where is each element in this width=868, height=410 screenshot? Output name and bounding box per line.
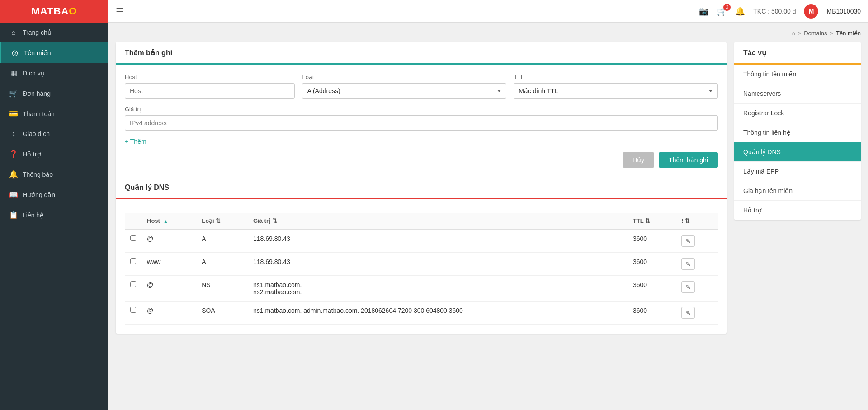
sidebar-item-lien-he[interactable]: 📋Liên hệ [0,205,108,225]
sidebar-icon-giao-dich: ↕ [9,130,18,138]
main-card: Thêm bản ghi Host Loại A (Address)AAAACN… [116,42,727,334]
sidebar-icon-trang-chu: ⌂ [9,28,18,37]
row-host: @ [142,276,196,302]
camera-icon[interactable]: 📷 [699,6,709,16]
sidebar-label-dich-vu: Dịch vụ [23,70,45,77]
row-action-cell: ✎ [676,253,718,276]
host-group: Host [125,74,295,99]
row-ttl: 3600 [627,276,676,302]
col-ttl[interactable]: TTL ⇅ [627,213,676,229]
tac-vu-item-thong-tin-lien-he[interactable]: Thông tin liên hệ [734,123,861,142]
row-ttl: 3600 [627,253,676,276]
tac-vu-item-registrar-lock[interactable]: Registrar Lock [734,104,861,123]
table-row: @ SOA ns1.matbao.com. admin.matbao.com. … [125,302,718,325]
row-checkbox[interactable] [130,235,136,241]
row-action-cell: ✎ [676,276,718,302]
sidebar-label-ho-tro: Hỗ trợ [23,151,41,158]
dns-table-body: Host ▲ Loại ⇅ Giá trị ⇅ TTL ⇅ ! ⇅ @ A 11… [116,199,727,334]
tac-vu-item-nameservers[interactable]: Nameservers [734,84,861,104]
breadcrumb-current: Tên miền [836,30,861,37]
layout: ⌂Trang chủ◎Tên miền▦Dịch vụ🛒Đơn hàng💳Tha… [0,23,868,410]
sidebar-item-thong-bao[interactable]: 🔔Thông báo [0,164,108,184]
loai-sort-arrows: ⇅ [216,217,221,224]
breadcrumb-domains[interactable]: Domains [804,30,827,37]
row-giatri: ns1.matbao.com. ns2.matbao.com. [248,276,627,302]
ttl-sort-arrows: ⇅ [645,217,650,224]
row-checkbox[interactable] [130,307,136,313]
sidebar-label-huong-dan: Hướng dẫn [23,191,55,198]
giatri-sort-arrows: ⇅ [272,217,277,224]
row-ttl: 3600 [627,302,676,325]
cart-icon[interactable]: 🛒 0 [717,6,727,16]
row-checkbox[interactable] [130,281,136,287]
col-checkbox [125,213,142,229]
add-more-link[interactable]: + Thêm [125,138,146,145]
sidebar-icon-dich-vu: ▦ [9,69,18,77]
row-checkbox-cell [125,276,142,302]
sidebar-item-trang-chu[interactable]: ⌂Trang chủ [0,23,108,42]
ttl-group: TTL Mặc định TTL300600180036007200 [514,74,718,99]
row-host: @ [142,302,196,325]
sidebar-item-ten-mien[interactable]: ◎Tên miền [0,42,108,63]
host-input[interactable] [125,83,295,99]
sidebar-icon-ten-mien: ◎ [10,48,19,57]
sidebar-label-lien-he: Liên hệ [23,212,44,219]
col-loai[interactable]: Loại ⇅ [196,213,248,229]
row-ttl: 3600 [627,229,676,253]
bell-icon[interactable]: 🔔 [735,6,745,16]
sidebar-label-thong-bao: Thông báo [23,171,53,178]
edit-button[interactable]: ✎ [681,258,695,270]
sidebar-item-dich-vu[interactable]: ▦Dịch vụ [0,63,108,83]
sidebar-item-thanh-toan[interactable]: 💳Thanh toán [0,104,108,124]
sidebar-label-giao-dich: Giao dịch [23,130,50,137]
row-loai: A [196,229,248,253]
edit-button[interactable]: ✎ [681,307,695,319]
tkc-balance: TKC : 500.00 đ [753,8,796,15]
sidebar-icon-ho-tro: ❓ [9,150,18,158]
top-header: MATBAO ☰ 📷 🛒 0 🔔 TKC : 500.00 đ M MB1010… [0,0,868,23]
row-checkbox[interactable] [130,258,136,264]
tac-vu-card: Tác vụ Thông tin tên miềnNameserversRegi… [734,42,861,220]
sidebar-item-don-hang[interactable]: 🛒Đơn hàng [0,83,108,104]
host-sort-arrow: ▲ [164,219,168,224]
col-giatri[interactable]: Giá trị ⇅ [248,213,627,229]
tac-vu-item-lay-ma-epp[interactable]: Lấy mã EPP [734,162,861,181]
sidebar-item-huong-dan[interactable]: 📖Hướng dẫn [0,184,108,205]
row-giatri: 118.69.80.43 [248,253,627,276]
edit-button[interactable]: ✎ [681,281,695,293]
tac-vu-item-ho-tro[interactable]: Hỗ trợ [734,201,861,220]
main-content: ⌂ > Domains > Tên miền Thêm bản ghi Host [108,23,868,410]
row-action-cell: ✎ [676,302,718,325]
form-row-2: Giá trị [125,106,718,131]
sidebar-item-giao-dich[interactable]: ↕Giao dịch [0,124,108,144]
sidebar-label-thanh-toan: Thanh toán [23,110,55,118]
row-host: www [142,253,196,276]
cancel-button[interactable]: Hủy [623,152,654,168]
table-row: www A 118.69.80.43 3600 ✎ [125,253,718,276]
ttl-select[interactable]: Mặc định TTL300600180036007200 [514,83,718,99]
content-row: Thêm bản ghi Host Loại A (Address)AAAACN… [116,42,861,334]
form-btn-row: Hủy Thêm bản ghi [125,152,718,168]
user-name[interactable]: MB1010030 [826,8,861,15]
user-avatar[interactable]: M [804,4,818,19]
tac-vu-item-thong-tin-ten-mien[interactable]: Thông tin tên miền [734,65,861,84]
giatri-label: Giá trị [125,106,718,113]
loai-label: Loại [302,74,506,80]
submit-button[interactable]: Thêm bản ghi [659,152,718,168]
giatri-input[interactable] [125,115,718,131]
breadcrumb-home-icon[interactable]: ⌂ [792,30,795,37]
tac-vu-item-gia-han-ten-mien[interactable]: Gia hạn tên miền [734,181,861,201]
row-checkbox-cell [125,253,142,276]
dns-table-header: Quản lý DNS [116,177,727,199]
hamburger-button[interactable]: ☰ [116,6,124,17]
loai-select[interactable]: A (Address)AAAACNAMEMXTXTNSSOA [302,83,506,99]
sidebar-item-ho-tro[interactable]: ❓Hỗ trợ [0,144,108,164]
table-row: @ NS ns1.matbao.com. ns2.matbao.com. 360… [125,276,718,302]
edit-button[interactable]: ✎ [681,235,695,247]
sidebar-label-ten-mien: Tên miền [24,49,51,57]
dns-table: Host ▲ Loại ⇅ Giá trị ⇅ TTL ⇅ ! ⇅ @ A 11… [125,213,718,325]
row-checkbox-cell [125,229,142,253]
tac-vu-item-quan-ly-dns[interactable]: Quản lý DNS [734,142,861,162]
dns-table-head: Host ▲ Loại ⇅ Giá trị ⇅ TTL ⇅ ! ⇅ [125,213,718,229]
col-host[interactable]: Host ▲ [142,213,196,229]
